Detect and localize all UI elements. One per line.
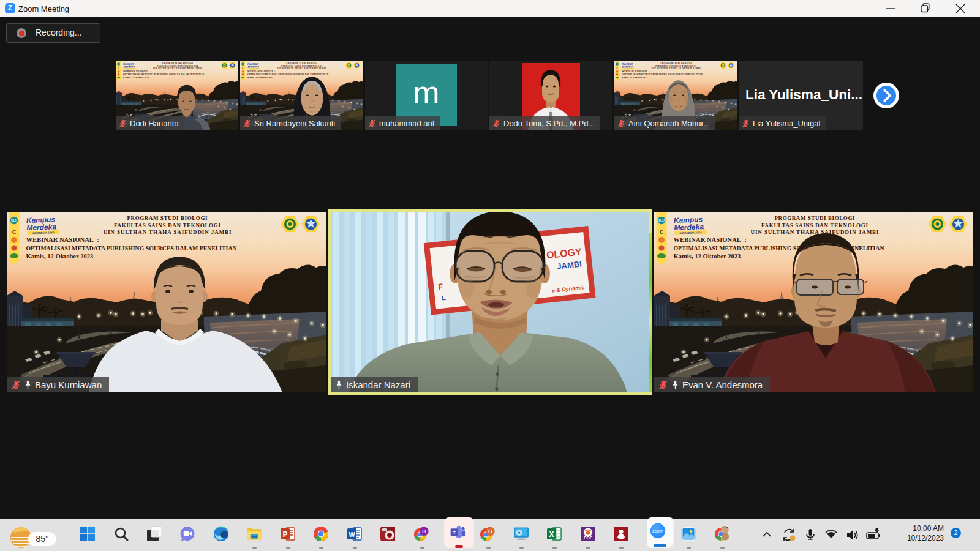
svg-text:W: W <box>349 531 355 538</box>
svg-text:85°: 85° <box>36 534 48 544</box>
svg-text:PDF: PDF <box>584 536 593 540</box>
svg-text:B: B <box>422 528 426 534</box>
svg-text:zoom: zoom <box>652 528 663 534</box>
svg-text:X: X <box>549 530 554 539</box>
svg-text:P: P <box>282 530 287 539</box>
svg-text:T: T <box>453 530 456 536</box>
svg-text:B: B <box>488 528 492 534</box>
